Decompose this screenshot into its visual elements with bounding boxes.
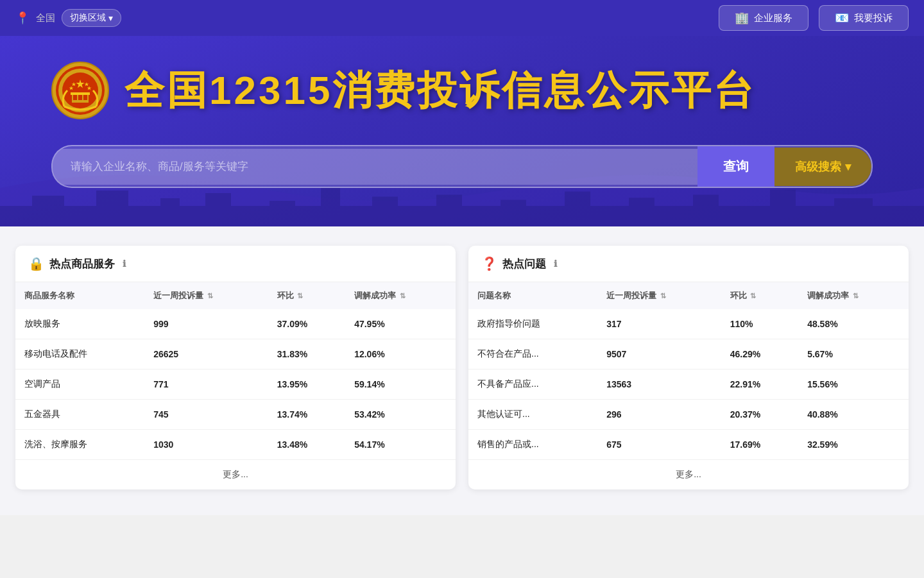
- col-count-header: 近一周投诉量 ⇅: [144, 282, 268, 309]
- enterprise-label: 企业服务: [754, 12, 792, 24]
- goods-name: 移动电话及配件: [15, 339, 144, 370]
- sort-icon[interactable]: ⇅: [853, 292, 859, 300]
- lock-icon: 🔒: [28, 256, 44, 271]
- issue-ratio: 17.69%: [721, 430, 798, 460]
- hot-issues-title: 热点问题: [502, 257, 546, 271]
- issue-name: 不符合在产品...: [468, 339, 597, 370]
- issue-name: 销售的产品或...: [468, 430, 597, 460]
- col-resolve-header: 调解成功率 ⇅: [345, 282, 456, 309]
- goods-resolve: 53.42%: [345, 400, 456, 430]
- switch-region-button[interactable]: 切换区域 ▾: [62, 9, 121, 27]
- hot-issues-more-link[interactable]: 更多...: [468, 459, 909, 489]
- info-icon[interactable]: ℹ: [123, 259, 126, 269]
- search-input[interactable]: [53, 149, 697, 185]
- table-row: 不符合在产品... 9507 46.29% 5.67%: [468, 339, 909, 370]
- issue-count: 317: [597, 309, 721, 339]
- svg-rect-7: [83, 95, 87, 100]
- location-text: 全国: [36, 12, 55, 24]
- table-row: 不具备产品应... 13563 22.91% 15.56%: [468, 370, 909, 400]
- table-row: 五金器具 745 13.74% 53.42%: [15, 400, 456, 430]
- sort-icon[interactable]: ⇅: [297, 292, 303, 300]
- info-icon[interactable]: ℹ: [554, 259, 557, 269]
- issue-name: 不具备产品应...: [468, 370, 597, 400]
- complaint-label: 我要投诉: [854, 12, 893, 24]
- chevron-down-icon: ▾: [845, 160, 851, 174]
- enterprise-icon: 🏢: [735, 11, 749, 25]
- hot-goods-more-link[interactable]: 更多...: [15, 459, 456, 489]
- enterprise-service-button[interactable]: 🏢 企业服务: [719, 5, 809, 31]
- goods-ratio: 13.48%: [268, 430, 345, 460]
- col-name-header: 商品服务名称: [15, 282, 144, 309]
- advanced-search-label: 高级搜索: [795, 159, 841, 174]
- content-area: 🔒 热点商品服务 ℹ 商品服务名称 近一周投诉量 ⇅ 环比 ⇅ 调解成功: [0, 226, 924, 515]
- issue-ratio: 110%: [721, 309, 798, 339]
- search-query-button[interactable]: 查询: [697, 146, 774, 187]
- issue-resolve: 5.67%: [798, 339, 909, 370]
- col-ratio-header: 环比 ⇅: [268, 282, 345, 309]
- sort-icon[interactable]: ⇅: [750, 292, 756, 300]
- goods-resolve: 54.17%: [345, 430, 456, 460]
- advanced-search-button[interactable]: 高级搜索 ▾: [774, 148, 871, 186]
- goods-resolve: 12.06%: [345, 339, 456, 370]
- hero-logo-title: 全国12315消费投诉信息公示平台: [51, 62, 873, 119]
- goods-ratio: 13.74%: [268, 400, 345, 430]
- table-row: 销售的产品或... 675 17.69% 32.59%: [468, 430, 909, 460]
- table-header-row: 问题名称 近一周投诉量 ⇅ 环比 ⇅ 调解成功率 ⇅: [468, 282, 909, 309]
- table-header-row: 商品服务名称 近一周投诉量 ⇅ 环比 ⇅ 调解成功率 ⇅: [15, 282, 456, 309]
- svg-rect-8: [71, 92, 90, 95]
- hot-issues-header: ❓ 热点问题 ℹ: [468, 246, 909, 282]
- issue-count: 9507: [597, 339, 721, 370]
- issue-resolve: 40.88%: [798, 400, 909, 430]
- hot-goods-title: 热点商品服务: [49, 257, 115, 271]
- header-right: 🏢 企业服务 📧 我要投诉: [719, 5, 909, 31]
- sort-icon[interactable]: ⇅: [400, 292, 406, 300]
- table-row: 放映服务 999 37.09% 47.95%: [15, 309, 456, 339]
- issue-count: 296: [597, 400, 721, 430]
- col-count-header: 近一周投诉量 ⇅: [597, 282, 721, 309]
- table-row: 政府指导价问题 317 110% 48.58%: [468, 309, 909, 339]
- issue-count: 13563: [597, 370, 721, 400]
- hot-goods-card: 🔒 热点商品服务 ℹ 商品服务名称 近一周投诉量 ⇅ 环比 ⇅ 调解成功: [15, 246, 456, 489]
- table-row: 移动电话及配件 26625 31.83% 12.06%: [15, 339, 456, 370]
- goods-ratio: 13.95%: [268, 370, 345, 400]
- national-emblem: [51, 62, 109, 119]
- issue-name: 政府指导价问题: [468, 309, 597, 339]
- search-bar: 查询 高级搜索 ▾: [51, 145, 873, 188]
- goods-name: 五金器具: [15, 400, 144, 430]
- table-row: 洗浴、按摩服务 1030 13.48% 54.17%: [15, 430, 456, 460]
- table-row: 空调产品 771 13.95% 59.14%: [15, 370, 456, 400]
- hot-issues-card: ❓ 热点问题 ℹ 问题名称 近一周投诉量 ⇅ 环比 ⇅ 调解成功率: [468, 246, 909, 489]
- svg-rect-6: [78, 95, 82, 100]
- sort-icon[interactable]: ⇅: [660, 292, 666, 300]
- hot-goods-header: 🔒 热点商品服务 ℹ: [15, 246, 456, 282]
- issue-ratio: 22.91%: [721, 370, 798, 400]
- col-resolve-header: 调解成功率 ⇅: [798, 282, 909, 309]
- goods-count: 1030: [144, 430, 268, 460]
- issue-resolve: 15.56%: [798, 370, 909, 400]
- chevron-down-icon: ▾: [108, 13, 113, 23]
- header-left: 📍 全国 切换区域 ▾: [15, 9, 121, 27]
- col-name-header: 问题名称: [468, 282, 597, 309]
- header-bar: 📍 全国 切换区域 ▾ 🏢 企业服务 📧 我要投诉: [0, 0, 924, 36]
- hot-issues-table: 问题名称 近一周投诉量 ⇅ 环比 ⇅ 调解成功率 ⇅ 政府指导价问: [468, 282, 909, 459]
- issue-name: 其他认证可...: [468, 400, 597, 430]
- complaint-icon: 📧: [835, 11, 849, 25]
- goods-count: 26625: [144, 339, 268, 370]
- issue-resolve: 32.59%: [798, 430, 909, 460]
- table-row: 其他认证可... 296 20.37% 40.88%: [468, 400, 909, 430]
- goods-name: 放映服务: [15, 309, 144, 339]
- goods-ratio: 37.09%: [268, 309, 345, 339]
- complaint-button[interactable]: 📧 我要投诉: [819, 5, 909, 31]
- search-query-label: 查询: [723, 159, 749, 173]
- goods-resolve: 59.14%: [345, 370, 456, 400]
- goods-name: 洗浴、按摩服务: [15, 430, 144, 460]
- goods-count: 999: [144, 309, 268, 339]
- issue-ratio: 20.37%: [721, 400, 798, 430]
- question-icon: ❓: [481, 256, 497, 271]
- goods-count: 771: [144, 370, 268, 400]
- sort-icon[interactable]: ⇅: [207, 292, 213, 300]
- goods-ratio: 31.83%: [268, 339, 345, 370]
- goods-count: 745: [144, 400, 268, 430]
- issue-resolve: 48.58%: [798, 309, 909, 339]
- hero-section: 全国12315消费投诉信息公示平台 查询 高级搜索 ▾: [0, 36, 924, 226]
